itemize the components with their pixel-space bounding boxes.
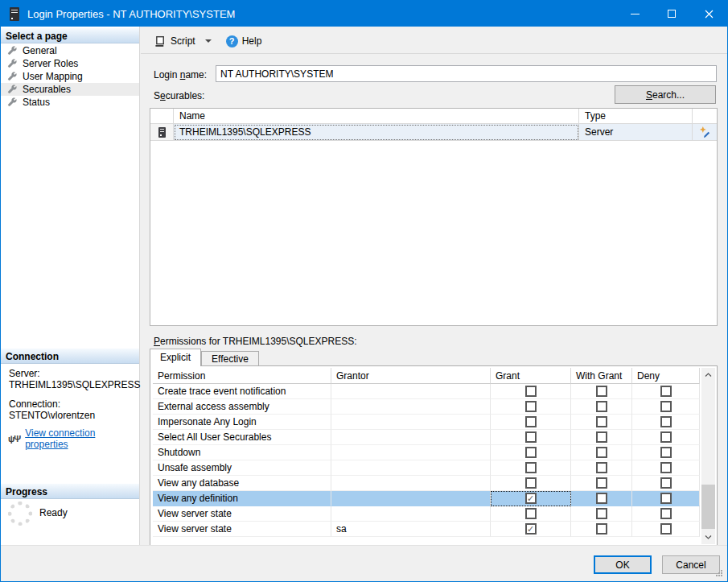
securable-type-cell: Server bbox=[579, 124, 693, 141]
deny-checkbox[interactable] bbox=[660, 462, 672, 473]
permission-row[interactable]: Create trace event notification bbox=[153, 384, 700, 399]
permission-column-header[interactable]: Permission bbox=[153, 368, 331, 384]
deny-checkbox[interactable] bbox=[660, 523, 672, 535]
sidebar-item-status[interactable]: Status bbox=[1, 96, 139, 109]
sidebar: Select a page General Server Roles User … bbox=[1, 27, 140, 545]
permission-row[interactable]: View server state bbox=[153, 506, 700, 522]
minimize-button[interactable] bbox=[616, 1, 653, 27]
permission-row[interactable]: View any definition✓ bbox=[153, 491, 700, 506]
maximize-button[interactable] bbox=[653, 1, 690, 27]
wrench-icon bbox=[7, 85, 17, 94]
script-icon bbox=[154, 35, 167, 47]
grant-checkbox[interactable]: ✓ bbox=[525, 523, 537, 535]
close-button[interactable] bbox=[690, 1, 727, 27]
grant-cell bbox=[491, 399, 571, 415]
script-button[interactable]: Script bbox=[150, 33, 199, 50]
cancel-button[interactable]: Cancel bbox=[662, 555, 720, 574]
vertical-scrollbar[interactable] bbox=[701, 368, 715, 544]
sidebar-item-securables[interactable]: Securables bbox=[1, 83, 139, 96]
with-grant-checkbox[interactable] bbox=[596, 401, 607, 412]
permissions-tabs: Explicit Effective bbox=[150, 349, 259, 366]
grant-checkbox[interactable] bbox=[525, 508, 537, 519]
permission-row[interactable]: Impersonate Any Login bbox=[153, 415, 700, 430]
securables-header-row: Name Type bbox=[150, 109, 717, 124]
permission-row[interactable]: External access assembly bbox=[153, 399, 700, 415]
deny-column-header[interactable]: Deny bbox=[632, 368, 700, 384]
maximize-icon bbox=[668, 10, 676, 18]
securable-row[interactable]: TRHEIML1395\SQLEXPRESS Server bbox=[150, 124, 717, 141]
scroll-up-button[interactable] bbox=[701, 368, 715, 382]
with-grant-checkbox[interactable] bbox=[596, 447, 607, 458]
deny-checkbox[interactable] bbox=[660, 416, 672, 427]
titlebar[interactable]: Login Properties - NT AUTHORITY\SYSTEM bbox=[1, 1, 727, 27]
grant-cell bbox=[491, 476, 571, 491]
deny-checkbox[interactable] bbox=[660, 508, 672, 519]
permissions-label: Permissions for TRHEIML1395\SQLEXPRESS: bbox=[154, 336, 357, 347]
with-grant-cell bbox=[571, 522, 632, 537]
grantor-name bbox=[331, 460, 491, 476]
resize-grip[interactable] bbox=[716, 570, 724, 578]
deny-checkbox[interactable] bbox=[660, 401, 672, 412]
permission-row[interactable]: Shutdown bbox=[153, 445, 700, 460]
with-grant-column-header[interactable]: With Grant bbox=[571, 368, 632, 384]
with-grant-cell bbox=[571, 476, 632, 491]
with-grant-checkbox[interactable] bbox=[596, 508, 607, 519]
grant-checkbox[interactable] bbox=[525, 416, 537, 427]
deny-checkbox[interactable] bbox=[660, 477, 672, 489]
scroll-thumb[interactable] bbox=[701, 485, 715, 529]
permission-row[interactable]: View any database bbox=[153, 476, 700, 491]
grant-checkbox[interactable] bbox=[525, 401, 537, 412]
with-grant-checkbox[interactable] bbox=[596, 462, 607, 473]
permission-name: View any database bbox=[153, 476, 331, 491]
tab-explicit[interactable]: Explicit bbox=[150, 349, 201, 366]
with-grant-checkbox[interactable] bbox=[596, 523, 607, 535]
ok-button[interactable]: OK bbox=[594, 555, 652, 574]
login-name-input[interactable] bbox=[216, 65, 717, 82]
server-label: Server: bbox=[9, 368, 40, 379]
deny-checkbox[interactable] bbox=[660, 386, 672, 397]
grantor-column-header[interactable]: Grantor bbox=[331, 368, 491, 384]
help-button[interactable]: Help bbox=[222, 33, 266, 50]
sidebar-item-label: Status bbox=[23, 97, 50, 108]
name-column-header[interactable]: Name bbox=[174, 109, 579, 124]
search-button[interactable]: Search... bbox=[615, 85, 716, 104]
row-header-cell bbox=[150, 109, 174, 124]
grant-cell bbox=[491, 415, 571, 430]
deny-cell bbox=[632, 430, 700, 445]
tab-effective[interactable]: Effective bbox=[201, 351, 259, 366]
sidebar-item-user-mapping[interactable]: User Mapping bbox=[1, 70, 139, 83]
with-grant-checkbox[interactable] bbox=[596, 493, 607, 504]
permission-row[interactable]: Select All User Securables bbox=[153, 430, 700, 445]
sidebar-item-server-roles[interactable]: Server Roles bbox=[1, 57, 139, 70]
with-grant-checkbox[interactable] bbox=[596, 416, 607, 427]
sidebar-item-general[interactable]: General bbox=[1, 44, 139, 57]
grant-checkbox[interactable] bbox=[525, 431, 537, 443]
view-connection-properties-link[interactable]: View connection properties bbox=[25, 427, 139, 450]
wrench-icon bbox=[7, 72, 17, 81]
permission-row[interactable]: Unsafe assembly bbox=[153, 460, 700, 476]
deny-checkbox[interactable] bbox=[660, 447, 672, 458]
grant-checkbox[interactable] bbox=[525, 477, 537, 489]
type-column-header[interactable]: Type bbox=[579, 109, 693, 124]
with-grant-checkbox[interactable] bbox=[596, 477, 607, 489]
grant-checkbox[interactable]: ✓ bbox=[525, 493, 537, 504]
grantor-name bbox=[331, 384, 491, 399]
grant-checkbox[interactable] bbox=[525, 447, 537, 458]
with-grant-checkbox[interactable] bbox=[596, 386, 607, 397]
scroll-down-button[interactable] bbox=[701, 530, 715, 544]
securables-grid: Name Type TRHEIML1395\SQLEXPRESS Server bbox=[150, 108, 718, 326]
grant-checkbox[interactable] bbox=[525, 462, 537, 473]
chevron-down-icon bbox=[705, 535, 712, 539]
with-grant-checkbox[interactable] bbox=[596, 431, 607, 443]
grant-column-header[interactable]: Grant bbox=[491, 368, 571, 384]
close-icon bbox=[705, 10, 714, 19]
script-dropdown-button[interactable] bbox=[199, 37, 216, 45]
grant-cell bbox=[491, 384, 571, 399]
chevron-down-icon bbox=[205, 39, 212, 43]
connection-header: Connection bbox=[1, 349, 139, 364]
securable-name-cell[interactable]: TRHEIML1395\SQLEXPRESS bbox=[174, 124, 579, 141]
grant-checkbox[interactable] bbox=[525, 386, 537, 397]
deny-checkbox[interactable] bbox=[660, 431, 672, 443]
permission-row[interactable]: View server statesa✓ bbox=[153, 522, 700, 537]
deny-checkbox[interactable] bbox=[660, 493, 672, 504]
